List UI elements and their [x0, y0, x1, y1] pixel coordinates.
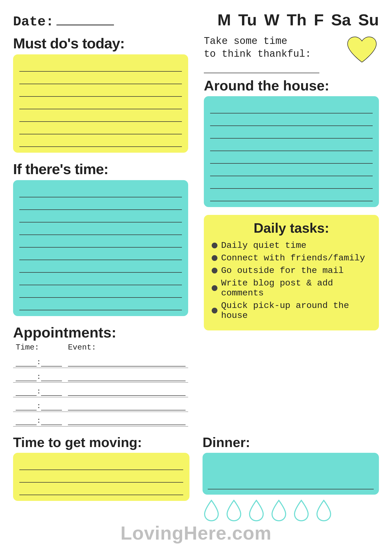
footer: LovingHere.com — [0, 522, 392, 544]
around-house-line — [210, 139, 373, 151]
thankful-title: Take some timeto think thankful: — [204, 35, 340, 61]
appt-time-cell: : — [16, 388, 68, 397]
time-part-before — [16, 388, 37, 396]
around-house-line — [210, 176, 373, 189]
if-time-line — [19, 248, 182, 260]
appt-event-cell — [68, 359, 186, 367]
date-underline — [56, 25, 114, 25]
task-item: Quick pick-up around the house — [212, 301, 371, 321]
appt-time-cell: : — [16, 373, 68, 382]
dinner-line-1 — [208, 479, 374, 489]
moving-line — [19, 483, 183, 495]
if-time-lines — [19, 185, 182, 310]
task-text: Write blog post & add comments — [221, 278, 371, 298]
water-drops — [203, 499, 379, 522]
water-drop-icon — [315, 499, 333, 522]
appointment-row: : — [13, 353, 188, 368]
task-bullet — [212, 308, 217, 313]
around-house-line — [210, 189, 373, 201]
time-colon: : — [37, 403, 41, 410]
task-text: Quick pick-up around the house — [221, 301, 371, 321]
if-time-line — [19, 222, 182, 235]
appt-time-cell: : — [16, 359, 68, 368]
appointment-row: : — [13, 383, 188, 397]
appointments-rows: : : : : — [13, 353, 188, 427]
appointments-section: Appointments: Time: Event: : : — [13, 324, 188, 427]
if-time-line — [19, 298, 182, 310]
task-item: Daily quiet time — [212, 241, 371, 250]
must-dos-line — [19, 59, 182, 72]
time-colon: : — [37, 388, 41, 396]
page: Date: MTuWThFSaSu Must do's today: If th… — [0, 0, 392, 549]
time-part-after — [41, 359, 62, 367]
appt-event-cell — [68, 417, 186, 425]
around-house-lines — [210, 101, 373, 201]
if-time-line — [19, 185, 182, 197]
task-text: Go outside for the mail — [221, 266, 344, 276]
around-house-line — [210, 101, 373, 113]
time-part-before — [16, 417, 37, 425]
day-label-su: Su — [358, 10, 379, 29]
appt-time-cell: : — [16, 403, 68, 411]
task-item: Go outside for the mail — [212, 266, 371, 276]
task-bullet — [212, 243, 217, 248]
if-time-notepad — [13, 180, 188, 316]
day-label-w: W — [264, 10, 280, 29]
day-label-m: M — [217, 10, 231, 29]
must-dos-section: Must do's today: — [13, 35, 188, 153]
around-house-line — [210, 164, 373, 176]
if-time-line — [19, 285, 182, 298]
time-header: Time: — [16, 343, 68, 352]
task-items: Daily quiet time Connect with friends/fa… — [212, 241, 371, 321]
moving-notepad — [13, 453, 189, 501]
date-label: Date: — [13, 14, 54, 30]
dinner-section: Dinner: — [203, 434, 379, 522]
thankful-text: Take some timeto think thankful: — [204, 35, 340, 73]
event-header: Event: — [68, 343, 96, 352]
thankful-line — [204, 64, 319, 73]
moving-section: Time to get moving: — [13, 434, 189, 522]
appointment-row: : — [13, 412, 188, 427]
around-house-section: Around the house: — [204, 77, 379, 207]
time-colon: : — [37, 359, 41, 367]
must-dos-line — [19, 134, 182, 147]
heart-icon — [345, 35, 379, 66]
appt-event-cell — [68, 403, 186, 410]
water-drop-icon — [203, 499, 220, 522]
time-part-after — [41, 417, 62, 425]
if-time-line — [19, 273, 182, 285]
day-label-th: Th — [287, 10, 307, 29]
if-time-title: If there's time: — [13, 161, 188, 178]
if-time-line — [19, 235, 182, 248]
time-part-before — [16, 403, 37, 410]
moving-lines — [19, 458, 183, 495]
must-dos-lines — [19, 59, 182, 147]
time-part-after — [41, 373, 62, 381]
around-house-title: Around the house: — [204, 77, 379, 94]
must-dos-line — [19, 97, 182, 109]
appt-event-cell — [68, 373, 186, 381]
around-house-line — [210, 126, 373, 139]
day-label-f: F — [314, 10, 324, 29]
header-row: Date: MTuWThFSaSu — [13, 10, 379, 30]
must-dos-title: Must do's today: — [13, 35, 188, 52]
left-column: Must do's today: If there's time: Appoin… — [13, 35, 188, 427]
appointment-row: : — [13, 397, 188, 412]
if-time-line — [19, 260, 182, 273]
dinner-title: Dinner: — [203, 434, 379, 450]
water-drop-icon — [292, 499, 310, 522]
moving-title: Time to get moving: — [13, 434, 189, 450]
must-dos-notepad — [13, 54, 188, 153]
day-labels: MTuWThFSaSu — [130, 10, 379, 29]
if-time-line — [19, 197, 182, 210]
appt-event-cell — [68, 388, 186, 396]
water-drop-icon — [270, 499, 288, 522]
day-label-tu: Tu — [238, 10, 257, 29]
if-time-section: If there's time: — [13, 161, 188, 316]
must-dos-line — [19, 122, 182, 134]
bottom-row: Time to get moving: Dinner: — [13, 434, 379, 522]
daily-tasks-section: Daily tasks: Daily quiet time Connect wi… — [204, 215, 379, 330]
time-colon: : — [37, 373, 41, 381]
around-house-line — [210, 113, 373, 126]
appointment-row: : — [13, 368, 188, 383]
